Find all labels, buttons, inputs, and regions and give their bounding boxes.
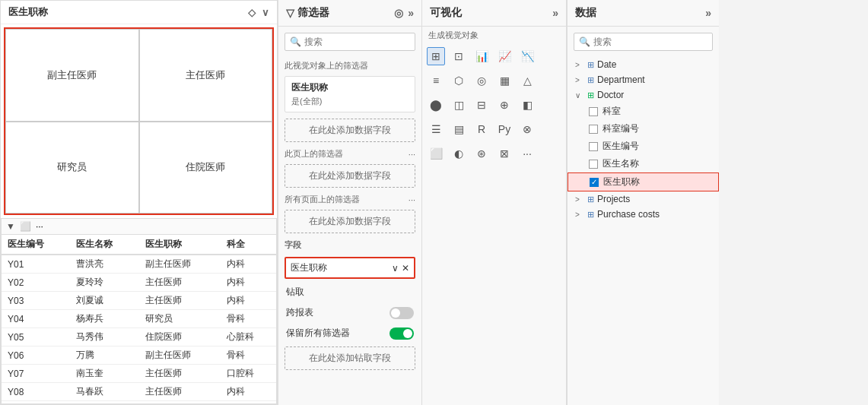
data-child-keshi[interactable]: 科室 [568,103,719,120]
table-cell: 口腔科 [221,365,276,383]
data-item-doctor[interactable]: ∨ ⊞ Doctor [568,87,719,103]
slicer-cell-2[interactable]: 研究员 [5,122,139,214]
viz-icon-more[interactable]: ··· [518,144,536,163]
eye-icon[interactable]: ◎ [394,7,403,19]
viz-icon-qs[interactable]: ⊗ [518,120,536,138]
viz-icon-kpi[interactable]: ◫ [450,96,468,114]
checkbox-doctor-title[interactable]: ✓ [590,178,599,187]
slicer-cell-0[interactable]: 副主任医师 [5,29,139,122]
filter-search-box[interactable]: 🔍 [285,33,415,51]
table-row[interactable]: Y09尹富莱副主任医师内科 [2,401,276,405]
table-cell: Y09 [2,401,70,405]
table-icon-doctor: ⊞ [587,90,594,100]
viz-icon-table[interactable]: ⊞ [427,47,445,65]
table-cell: 副主任医师 [139,401,221,405]
filter-icon[interactable]: ▼ [6,221,15,232]
viz-icon-area[interactable]: ≡ [427,71,445,90]
viz-icon-treemap[interactable]: ▦ [495,71,513,90]
add-field-page-btn[interactable]: 在此处添加数据字段 [285,164,415,188]
chevron-projects: > [575,195,584,204]
close-icon[interactable]: ✕ [402,263,409,274]
table-cell: 住院医师 [139,328,221,346]
data-child-doctor-name[interactable]: 医生名称 [568,155,719,172]
data-search-box[interactable]: 🔍 [574,33,713,51]
viz-icon-custom[interactable]: ⊠ [495,144,513,163]
data-item-date[interactable]: > ⊞ Date [568,57,719,72]
checkbox-keshi-num[interactable] [589,125,598,134]
chevron-down-icon[interactable]: ∨ [262,7,269,18]
viz-icon-image[interactable]: ▤ [450,120,468,138]
data-item-projects-label: Projects [597,194,630,204]
check-icon[interactable]: ∨ [392,263,399,274]
viz-icon-bar[interactable]: 📊 [472,47,491,65]
col-header-name: 医生名称 [70,235,138,255]
viz-icon-shape-map[interactable]: ◧ [518,96,536,114]
table-cell: 副主任医师 [139,346,221,365]
slicer-cell-3[interactable]: 住院医师 [139,122,273,214]
table-row[interactable]: Y05马秀伟住院医师心脏科 [2,328,276,346]
viz-icon-funnel[interactable]: △ [518,71,536,90]
data-child-doctor-title[interactable]: ✓ 医生职称 [568,172,719,191]
table-row[interactable]: Y03刘夏诚主任医师内科 [2,292,276,310]
eraser-icon[interactable]: ◇ [248,7,256,18]
expand-icon[interactable]: » [408,7,414,19]
data-item-projects[interactable]: > ⊞ Projects [568,191,719,207]
table-cell: 内科 [221,255,276,274]
cross-report-toggle[interactable] [389,307,414,319]
filter-field-value: 是(全部) [291,96,409,107]
table-row[interactable]: Y02夏玲玲主任医师内科 [2,274,276,292]
chevron-purchase: > [575,210,584,219]
data-child-doctor-title-label: 医生职称 [603,176,640,188]
table-row[interactable]: Y04杨寿兵研究员骨科 [2,310,276,328]
data-item-date-label: Date [597,59,616,70]
table-cell: 主任医师 [139,292,221,310]
data-child-keshi-num[interactable]: 科室编号 [568,120,719,138]
add-field-visual-btn[interactable]: 在此处添加数据字段 [285,119,415,142]
viz-icon-map[interactable]: ⊕ [495,96,513,114]
table-row[interactable]: Y01曹洪亮副主任医师内科 [2,255,276,274]
viz-icon-python[interactable]: Py [495,120,513,138]
table-cell: 刘夏诚 [70,292,138,310]
more-icon[interactable]: ··· [36,221,43,232]
viz-icon-decomp[interactable]: ⬜ [427,144,445,163]
more-dots-2[interactable]: ··· [409,150,415,159]
table-row[interactable]: Y08马春跃主任医师内科 [2,383,276,401]
slicer-cell-1[interactable]: 主任医师 [139,29,273,122]
keep-filters-row: 保留所有筛选器 [278,323,421,343]
data-child-doctor-num[interactable]: 医生编号 [568,138,719,155]
add-field-all-btn[interactable]: 在此处添加数据字段 [285,210,415,233]
viz-icons-row1: ⊞ ⊡ 📊 📈 📉 [422,44,566,68]
data-item-department[interactable]: > ⊞ Department [568,72,719,87]
viz-icon-smart[interactable]: ⊛ [472,144,491,163]
data-item-purchase-costs[interactable]: > ⊞ Purchase costs [568,207,719,222]
viz-icon-card[interactable]: ⊟ [472,96,491,114]
viz-icon-gauge[interactable]: ⬤ [427,96,445,114]
viz-icon-key[interactable]: ◐ [450,144,468,163]
table-row[interactable]: Y07南玉奎主任医师口腔科 [2,365,276,383]
viz-icon-scatter[interactable]: ⬡ [450,71,468,90]
search-icon: 🔍 [290,36,301,47]
field-box-icons: ∨ ✕ [392,263,409,274]
keep-filters-toggle[interactable] [389,327,414,340]
add-drill-field-btn[interactable]: 在此处添加钻取字段 [285,346,415,370]
table-cell: 内科 [221,401,276,405]
viz-icon-matrix[interactable]: ⊡ [450,47,468,65]
data-item-dept-label: Department [597,74,645,85]
checkbox-keshi[interactable] [589,107,598,116]
filter-visual-item[interactable]: 医生职称 是(全部) [285,76,415,112]
viz-icon-pie[interactable]: ◎ [472,71,491,90]
viz-icon-slicer[interactable]: ☰ [427,120,445,138]
expand-icon[interactable]: ⬜ [20,221,31,232]
viz-icon-column[interactable]: 📈 [495,47,513,65]
expand-viz-icon[interactable]: » [552,7,558,19]
checkbox-doctor-num[interactable] [589,142,598,151]
expand-data-icon[interactable]: » [705,7,711,19]
filter-search-input[interactable] [304,36,410,47]
more-dots-3[interactable]: ··· [409,195,415,204]
data-search-input[interactable] [593,36,707,47]
viz-icon-text[interactable]: R [472,120,491,138]
checkbox-doctor-name[interactable] [589,160,598,169]
col-header-id: 医生编号 [2,235,70,255]
viz-icon-line[interactable]: 📉 [518,47,536,65]
table-row[interactable]: Y06万腾副主任医师骨科 [2,346,276,365]
